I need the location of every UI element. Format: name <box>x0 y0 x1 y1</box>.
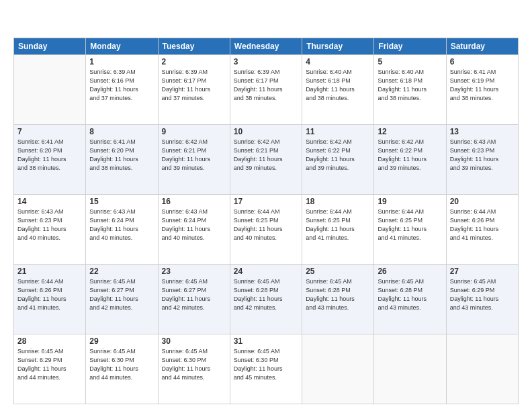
day-number: 12 <box>378 127 442 136</box>
day-cell: 28Sunrise: 6:45 AM Sunset: 6:29 PM Dayli… <box>14 334 86 404</box>
day-number: 18 <box>306 197 370 206</box>
day-cell: 5Sunrise: 6:40 AM Sunset: 6:18 PM Daylig… <box>374 55 446 125</box>
day-info: Sunrise: 6:45 AM Sunset: 6:27 PM Dayligh… <box>89 277 154 312</box>
day-cell: 1Sunrise: 6:39 AM Sunset: 6:16 PM Daylig… <box>86 55 158 125</box>
day-info: Sunrise: 6:44 AM Sunset: 6:25 PM Dayligh… <box>234 208 298 242</box>
day-number: 28 <box>17 336 82 346</box>
day-info: Sunrise: 6:41 AM Sunset: 6:20 PM Dayligh… <box>89 138 154 173</box>
day-cell: 7Sunrise: 6:41 AM Sunset: 6:20 PM Daylig… <box>14 125 86 195</box>
day-cell: 27Sunrise: 6:45 AM Sunset: 6:29 PM Dayli… <box>446 265 518 334</box>
day-number: 4 <box>306 57 370 66</box>
header-cell-thursday: Thursday <box>302 38 374 55</box>
header <box>13 12 519 31</box>
day-number: 13 <box>450 127 515 136</box>
day-info: Sunrise: 6:45 AM Sunset: 6:29 PM Dayligh… <box>17 347 82 382</box>
day-number: 14 <box>17 197 82 206</box>
day-number: 26 <box>378 267 442 276</box>
day-cell: 23Sunrise: 6:45 AM Sunset: 6:27 PM Dayli… <box>158 265 230 334</box>
day-info: Sunrise: 6:43 AM Sunset: 6:23 PM Dayligh… <box>17 208 82 242</box>
day-number: 8 <box>89 127 154 136</box>
day-cell: 14Sunrise: 6:43 AM Sunset: 6:23 PM Dayli… <box>14 195 86 265</box>
day-number: 25 <box>306 267 370 276</box>
day-number: 3 <box>234 57 298 66</box>
day-info: Sunrise: 6:44 AM Sunset: 6:26 PM Dayligh… <box>450 208 515 242</box>
day-number: 21 <box>17 267 82 276</box>
day-info: Sunrise: 6:45 AM Sunset: 6:30 PM Dayligh… <box>234 347 298 382</box>
day-cell: 24Sunrise: 6:45 AM Sunset: 6:28 PM Dayli… <box>230 265 302 334</box>
day-number: 17 <box>234 197 298 206</box>
day-number: 7 <box>17 127 82 136</box>
day-info: Sunrise: 6:42 AM Sunset: 6:22 PM Dayligh… <box>378 138 442 173</box>
day-info: Sunrise: 6:39 AM Sunset: 6:17 PM Dayligh… <box>234 68 298 103</box>
header-cell-tuesday: Tuesday <box>158 38 230 55</box>
day-number: 2 <box>162 57 226 66</box>
day-cell: 3Sunrise: 6:39 AM Sunset: 6:17 PM Daylig… <box>230 55 302 125</box>
header-cell-friday: Friday <box>374 38 446 55</box>
header-cell-monday: Monday <box>86 38 158 55</box>
day-info: Sunrise: 6:44 AM Sunset: 6:25 PM Dayligh… <box>378 208 442 242</box>
day-number: 22 <box>89 267 154 276</box>
day-number: 10 <box>234 127 298 136</box>
day-cell: 16Sunrise: 6:43 AM Sunset: 6:24 PM Dayli… <box>158 195 230 265</box>
day-cell: 21Sunrise: 6:44 AM Sunset: 6:26 PM Dayli… <box>14 265 86 334</box>
day-cell: 13Sunrise: 6:43 AM Sunset: 6:23 PM Dayli… <box>446 125 518 195</box>
day-info: Sunrise: 6:45 AM Sunset: 6:28 PM Dayligh… <box>306 277 370 312</box>
day-cell: 20Sunrise: 6:44 AM Sunset: 6:26 PM Dayli… <box>446 195 518 265</box>
day-info: Sunrise: 6:39 AM Sunset: 6:17 PM Dayligh… <box>162 68 226 103</box>
day-info: Sunrise: 6:41 AM Sunset: 6:20 PM Dayligh… <box>17 138 82 173</box>
day-cell: 9Sunrise: 6:42 AM Sunset: 6:21 PM Daylig… <box>158 125 230 195</box>
day-number: 1 <box>89 57 154 66</box>
day-number: 31 <box>234 336 298 346</box>
day-number: 24 <box>234 267 298 276</box>
day-info: Sunrise: 6:43 AM Sunset: 6:24 PM Dayligh… <box>162 208 226 242</box>
day-info: Sunrise: 6:44 AM Sunset: 6:25 PM Dayligh… <box>306 208 370 242</box>
day-cell: 29Sunrise: 6:45 AM Sunset: 6:30 PM Dayli… <box>86 334 158 404</box>
day-cell: 8Sunrise: 6:41 AM Sunset: 6:20 PM Daylig… <box>86 125 158 195</box>
week-row-3: 21Sunrise: 6:44 AM Sunset: 6:26 PM Dayli… <box>14 265 519 334</box>
day-cell: 11Sunrise: 6:42 AM Sunset: 6:22 PM Dayli… <box>302 125 374 195</box>
week-row-0: 1Sunrise: 6:39 AM Sunset: 6:16 PM Daylig… <box>14 55 519 125</box>
day-cell <box>14 55 86 125</box>
day-info: Sunrise: 6:42 AM Sunset: 6:22 PM Dayligh… <box>306 138 370 173</box>
day-info: Sunrise: 6:45 AM Sunset: 6:28 PM Dayligh… <box>234 277 298 312</box>
day-number: 23 <box>162 267 226 276</box>
day-info: Sunrise: 6:43 AM Sunset: 6:24 PM Dayligh… <box>89 208 154 242</box>
day-cell: 30Sunrise: 6:45 AM Sunset: 6:30 PM Dayli… <box>158 334 230 404</box>
day-cell: 15Sunrise: 6:43 AM Sunset: 6:24 PM Dayli… <box>86 195 158 265</box>
day-cell: 4Sunrise: 6:40 AM Sunset: 6:18 PM Daylig… <box>302 55 374 125</box>
day-info: Sunrise: 6:41 AM Sunset: 6:19 PM Dayligh… <box>450 68 515 103</box>
day-cell: 26Sunrise: 6:45 AM Sunset: 6:28 PM Dayli… <box>374 265 446 334</box>
day-cell: 25Sunrise: 6:45 AM Sunset: 6:28 PM Dayli… <box>302 265 374 334</box>
day-info: Sunrise: 6:42 AM Sunset: 6:21 PM Dayligh… <box>162 138 226 173</box>
day-cell: 31Sunrise: 6:45 AM Sunset: 6:30 PM Dayli… <box>230 334 302 404</box>
day-number: 19 <box>378 197 442 206</box>
day-cell: 12Sunrise: 6:42 AM Sunset: 6:22 PM Dayli… <box>374 125 446 195</box>
day-number: 30 <box>162 336 226 346</box>
day-number: 27 <box>450 267 515 276</box>
day-info: Sunrise: 6:45 AM Sunset: 6:30 PM Dayligh… <box>89 347 154 382</box>
day-cell: 18Sunrise: 6:44 AM Sunset: 6:25 PM Dayli… <box>302 195 374 265</box>
page: SundayMondayTuesdayWednesdayThursdayFrid… <box>0 0 532 411</box>
day-number: 16 <box>162 197 226 206</box>
day-info: Sunrise: 6:45 AM Sunset: 6:27 PM Dayligh… <box>162 277 226 312</box>
day-cell <box>374 334 446 404</box>
day-cell: 6Sunrise: 6:41 AM Sunset: 6:19 PM Daylig… <box>446 55 518 125</box>
day-number: 11 <box>306 127 370 136</box>
day-number: 5 <box>378 57 442 66</box>
header-cell-wednesday: Wednesday <box>230 38 302 55</box>
week-row-4: 28Sunrise: 6:45 AM Sunset: 6:29 PM Dayli… <box>14 334 519 404</box>
day-info: Sunrise: 6:40 AM Sunset: 6:18 PM Dayligh… <box>378 68 442 103</box>
header-row: SundayMondayTuesdayWednesdayThursdayFrid… <box>14 38 519 55</box>
day-number: 6 <box>450 57 515 66</box>
day-cell: 10Sunrise: 6:42 AM Sunset: 6:21 PM Dayli… <box>230 125 302 195</box>
day-info: Sunrise: 6:40 AM Sunset: 6:18 PM Dayligh… <box>306 68 370 103</box>
day-info: Sunrise: 6:39 AM Sunset: 6:16 PM Dayligh… <box>89 68 154 103</box>
day-cell <box>302 334 374 404</box>
day-cell: 19Sunrise: 6:44 AM Sunset: 6:25 PM Dayli… <box>374 195 446 265</box>
day-number: 29 <box>89 336 154 346</box>
day-number: 20 <box>450 197 515 206</box>
header-cell-saturday: Saturday <box>446 38 518 55</box>
day-info: Sunrise: 6:44 AM Sunset: 6:26 PM Dayligh… <box>17 277 82 312</box>
logo-icon <box>13 12 32 31</box>
day-info: Sunrise: 6:45 AM Sunset: 6:30 PM Dayligh… <box>162 347 226 382</box>
